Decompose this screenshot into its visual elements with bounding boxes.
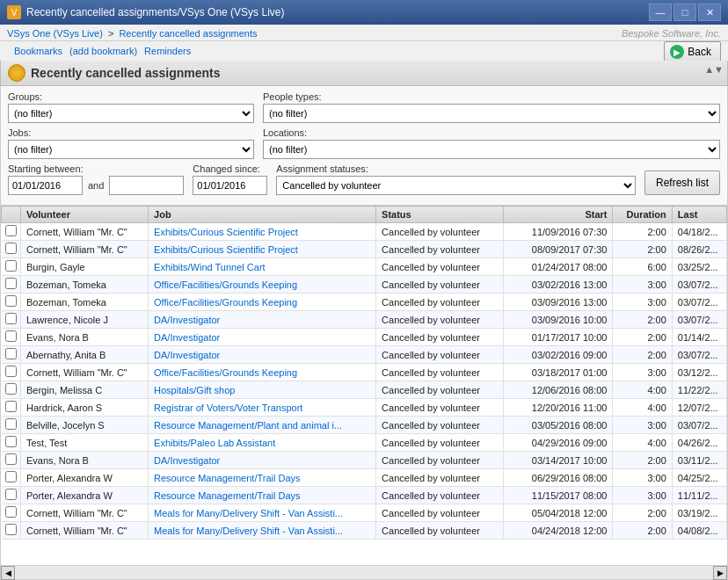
table-row: Belville, Jocelyn SResource Management/P… (2, 417, 727, 434)
assignment-statuses-select[interactable]: Cancelled by volunteer (276, 176, 636, 195)
start-date-input[interactable] (8, 176, 83, 195)
row-checkbox[interactable] (5, 225, 17, 236)
starting-between-filter: Starting between: and (8, 163, 184, 195)
row-checkbox[interactable] (5, 436, 17, 447)
groups-select[interactable]: (no filter) (8, 104, 254, 123)
add-bookmark-link-wrap: (add bookmark) (69, 46, 137, 56)
row-checkbox[interactable] (5, 524, 17, 535)
cell-job: DA/Investigator (149, 346, 376, 364)
row-checkbox-cell[interactable] (2, 434, 21, 452)
cell-status: Cancelled by volunteer (376, 223, 504, 241)
row-checkbox-cell[interactable] (2, 241, 21, 258)
people-types-select[interactable]: (no filter) (263, 104, 720, 123)
row-checkbox-cell[interactable] (2, 452, 21, 469)
scroll-right-button[interactable]: ▶ (713, 566, 727, 580)
refresh-list-button[interactable]: Refresh list (644, 170, 720, 195)
row-checkbox[interactable] (5, 313, 17, 324)
table-row: Abernathy, Anita BDA/InvestigatorCancell… (2, 346, 727, 364)
col-start[interactable]: Start (504, 207, 613, 223)
row-checkbox[interactable] (5, 260, 17, 272)
row-checkbox-cell[interactable] (2, 522, 21, 540)
scroll-left-button[interactable]: ◀ (1, 566, 15, 580)
row-checkbox[interactable] (5, 348, 17, 359)
row-checkbox[interactable] (5, 471, 17, 482)
cell-volunteer: Bozeman, Tomeka (21, 294, 149, 311)
row-checkbox[interactable] (5, 418, 17, 430)
row-checkbox-cell[interactable] (2, 311, 21, 329)
links-bar: Bookmarks (add bookmark) Reminders (7, 43, 198, 59)
breadcrumb: VSys One (VSys Live) > Recently cancelle… (7, 28, 258, 39)
row-checkbox-cell[interactable] (2, 399, 21, 417)
cell-duration: 2:00 (613, 346, 672, 364)
cell-start: 03/02/2016 09:00 (504, 346, 613, 364)
col-duration[interactable]: Duration (613, 207, 672, 223)
table-container: Volunteer Job Status Start Duration Last… (0, 206, 728, 566)
window-content: VSys One (VSys Live) > Recently cancelle… (0, 25, 728, 580)
row-checkbox-cell[interactable] (2, 223, 21, 241)
row-checkbox-cell[interactable] (2, 258, 21, 276)
cell-volunteer: Cornett, William "Mr. C" (21, 364, 149, 381)
cell-volunteer: Cornett, William "Mr. C" (21, 504, 149, 522)
cell-job: Exhibits/Paleo Lab Assistant (149, 434, 376, 452)
row-checkbox-cell[interactable] (2, 346, 21, 364)
cell-start: 05/04/2018 12:00 (504, 504, 613, 522)
close-button[interactable]: ✕ (698, 4, 721, 21)
row-checkbox[interactable] (5, 489, 17, 500)
row-checkbox[interactable] (5, 295, 17, 307)
add-bookmark-link[interactable]: (add bookmark) (69, 46, 137, 56)
cell-start: 03/09/2016 10:00 (504, 311, 613, 329)
row-checkbox-cell[interactable] (2, 364, 21, 381)
cell-status: Cancelled by volunteer (376, 487, 504, 504)
row-checkbox[interactable] (5, 330, 17, 342)
collapse-button[interactable]: ▲▼ (704, 64, 724, 75)
cell-start: 08/09/2017 07:30 (504, 241, 613, 258)
row-checkbox-cell[interactable] (2, 381, 21, 399)
cell-start: 03/14/2017 10:00 (504, 452, 613, 469)
row-checkbox-cell[interactable] (2, 417, 21, 434)
table-row: Bozeman, TomekaOffice/Facilities/Grounds… (2, 294, 727, 311)
row-checkbox[interactable] (5, 366, 17, 377)
table-row: Hardrick, Aaron SRegistrar of Voters/Vot… (2, 399, 727, 417)
reminders-link[interactable]: Reminders (144, 46, 191, 56)
row-checkbox-cell[interactable] (2, 504, 21, 522)
cell-duration: 2:00 (613, 223, 672, 241)
people-types-label: People types: (263, 91, 720, 102)
row-checkbox[interactable] (5, 383, 17, 395)
locations-label: Locations: (263, 127, 720, 138)
col-last[interactable]: Last (672, 207, 726, 223)
jobs-select[interactable]: (no filter) (8, 140, 254, 159)
row-checkbox[interactable] (5, 506, 17, 518)
row-checkbox[interactable] (5, 243, 17, 254)
cell-volunteer: Bergin, Melissa C (21, 381, 149, 399)
breadcrumb-cancelled-link[interactable]: Recently cancelled assignments (119, 28, 257, 39)
maximize-button[interactable]: □ (673, 4, 696, 21)
row-checkbox[interactable] (5, 401, 17, 412)
back-button[interactable]: ▶ Back (664, 41, 721, 62)
row-checkbox-cell[interactable] (2, 469, 21, 487)
minimize-button[interactable]: — (649, 4, 672, 21)
row-checkbox[interactable] (5, 453, 17, 465)
scroll-track[interactable] (15, 567, 713, 579)
row-checkbox-cell[interactable] (2, 329, 21, 346)
row-checkbox-cell[interactable] (2, 276, 21, 294)
row-checkbox-cell[interactable] (2, 294, 21, 311)
breadcrumb-vsys-link[interactable]: VSys One (VSys Live) (7, 28, 103, 39)
end-date-input[interactable] (109, 176, 184, 195)
changed-since-filter: Changed since: (193, 163, 267, 195)
col-job[interactable]: Job (149, 207, 376, 223)
table-header-row: Volunteer Job Status Start Duration Last (2, 207, 727, 223)
row-checkbox-cell[interactable] (2, 487, 21, 504)
cell-volunteer: Cornett, William "Mr. C" (21, 241, 149, 258)
cell-job: DA/Investigator (149, 311, 376, 329)
cell-volunteer: Bozeman, Tomeka (21, 276, 149, 294)
bookmarks-link[interactable]: Bookmarks (14, 46, 62, 56)
assignments-table: Volunteer Job Status Start Duration Last… (1, 206, 727, 540)
horizontal-scrollbar: ◀ ▶ (0, 566, 728, 580)
col-status[interactable]: Status (376, 207, 504, 223)
locations-select[interactable]: (no filter) (263, 140, 720, 159)
col-volunteer[interactable]: Volunteer (21, 207, 149, 223)
cell-start: 11/09/2016 07:30 (504, 223, 613, 241)
cell-duration: 2:00 (613, 504, 672, 522)
row-checkbox[interactable] (5, 278, 17, 289)
changed-since-input[interactable] (193, 176, 267, 195)
